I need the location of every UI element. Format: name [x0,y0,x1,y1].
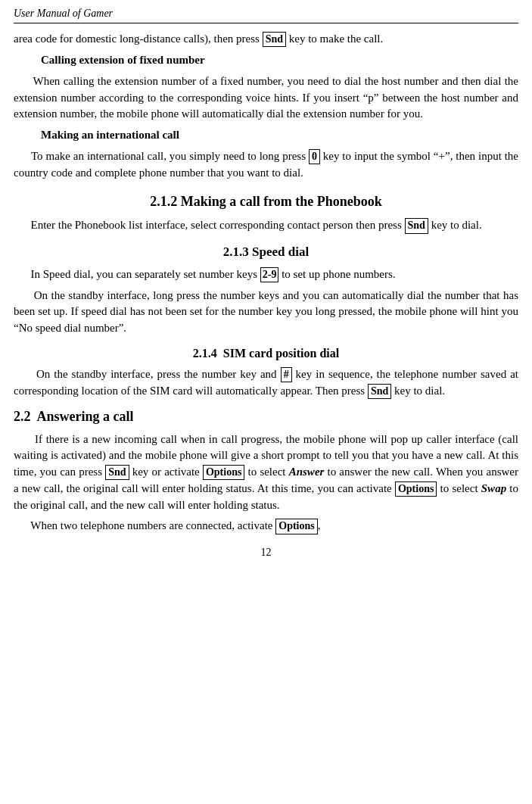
international-heading-text: Making an international call [41,129,179,141]
snd-key-intro: Snd [263,32,286,47]
page-header: User Manual of Gamer [14,6,518,23]
page-number: 12 [14,545,518,560]
section-214-body: On the standby interface, press the numb… [14,366,518,400]
section-212-heading: 2.1.2 Making a call from the Phonebook [14,192,518,211]
key-range-2-9: 2-9 [260,267,279,282]
section-214-heading: 2.1.4 SIM card position dial [14,344,518,362]
calling-extension-heading-text: Calling extension of fixed number [41,54,205,66]
calling-extension-heading: Calling extension of fixed number [14,52,518,69]
answer-label: Answer [289,466,325,478]
hash-key: # [281,367,292,382]
zero-key: 0 [309,149,320,164]
section-213-heading: 2.1.3 Speed dial [14,243,518,262]
snd-key-214: Snd [368,384,391,399]
section-22-body2: When two telephone numbers are connected… [14,518,518,534]
international-heading: Making an international call [14,127,518,144]
options-key-22c: Options [275,519,317,534]
intro-paragraph: area code for domestic long-distance cal… [14,31,518,48]
header-title: User Manual of Gamer [14,6,113,21]
snd-key-212: Snd [405,218,428,233]
section-212-body: Enter the Phonebook list interface, sele… [14,217,518,234]
options-key-22b: Options [395,481,437,497]
section-22-body1: If there is a new incoming call when in … [14,432,518,514]
options-key-22a: Options [203,465,244,480]
section-213-body1: In Speed dial, you can separately set nu… [14,266,518,283]
international-body: To make an international call, you simpl… [14,148,518,182]
swap-label: Swap [481,482,506,494]
snd-key-22: Snd [105,465,129,480]
section-213-body2: On the standby interface, long press the… [14,288,518,337]
section-22-heading: 2.2 Answering a call [14,407,518,426]
page-content: area code for domestic long-distance cal… [14,31,518,534]
calling-extension-body: When calling the extension number of a f… [14,73,518,123]
